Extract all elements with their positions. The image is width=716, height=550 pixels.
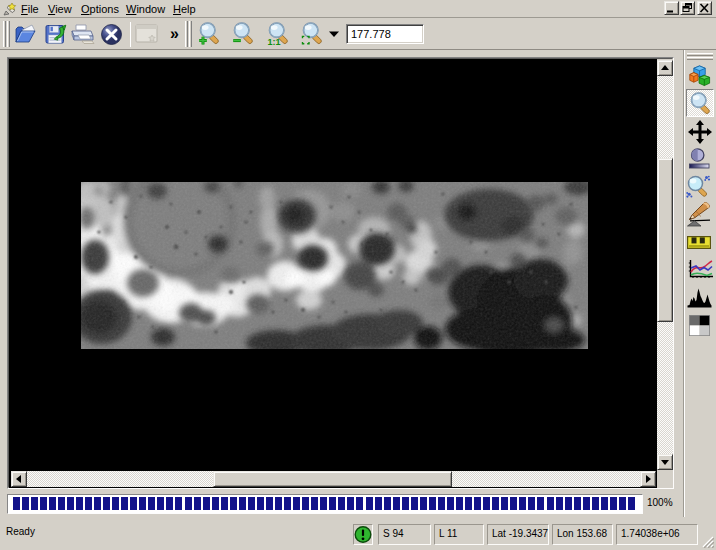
svg-text:1:1: 1:1 bbox=[268, 37, 281, 47]
